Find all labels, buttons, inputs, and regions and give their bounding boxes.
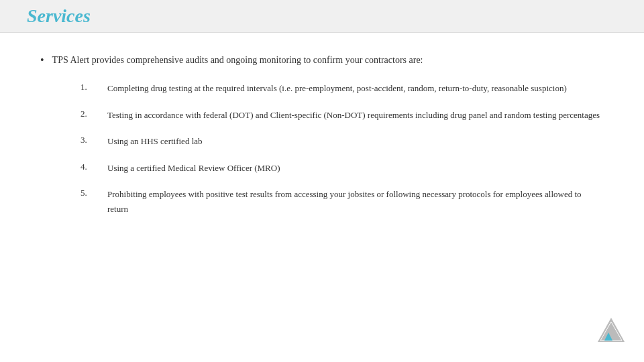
item-text: Using an HHS certified lab: [107, 134, 203, 148]
intro-text: TPS Alert provides comprehensive audits …: [52, 53, 423, 68]
page-header: Services: [0, 0, 644, 33]
item-number: 5.: [80, 188, 101, 198]
item-text: Testing in accordance with federal (DOT)…: [107, 108, 600, 122]
logo-icon: [595, 315, 627, 347]
logo-area: [595, 315, 627, 350]
numbered-list: 1.Completing drug testing at the require…: [80, 81, 604, 216]
item-text: Completing drug testing at the required …: [107, 81, 567, 95]
page-title: Services: [27, 5, 91, 26]
item-number: 3.: [80, 135, 101, 145]
list-item: 1.Completing drug testing at the require…: [80, 81, 604, 95]
list-item: 5.Prohibiting employees with positive te…: [80, 187, 604, 216]
list-item: 2.Testing in accordance with federal (DO…: [80, 108, 604, 122]
list-item: 3.Using an HHS certified lab: [80, 134, 604, 148]
main-content: • TPS Alert provides comprehensive audit…: [0, 33, 644, 248]
item-text: Using a certified Medical Review Officer…: [107, 161, 280, 175]
item-text: Prohibiting employees with positive test…: [107, 187, 604, 216]
item-number: 2.: [80, 109, 101, 119]
intro-item: • TPS Alert provides comprehensive audit…: [40, 53, 604, 68]
list-item: 4.Using a certified Medical Review Offic…: [80, 161, 604, 175]
item-number: 4.: [80, 162, 101, 172]
bullet-point: •: [40, 54, 44, 66]
item-number: 1.: [80, 82, 101, 93]
